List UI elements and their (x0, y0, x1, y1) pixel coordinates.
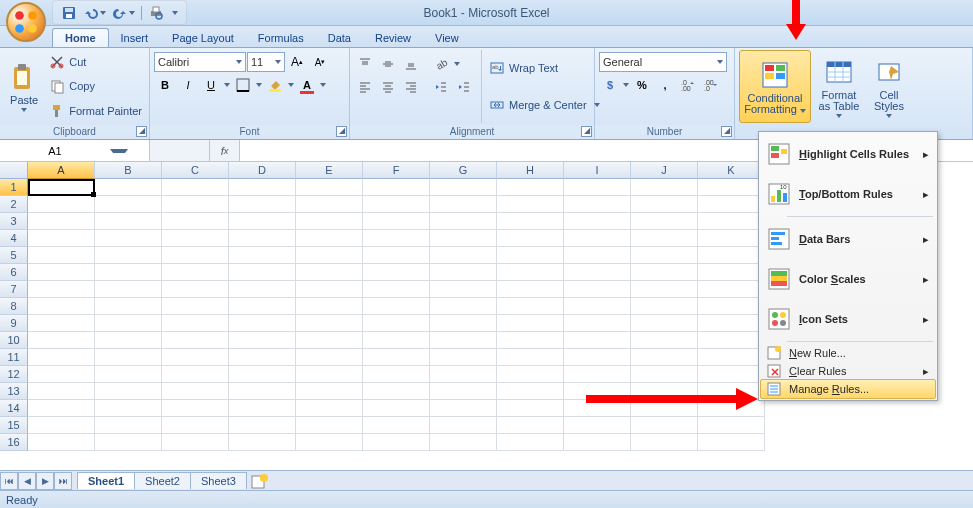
cell[interactable] (497, 264, 564, 281)
row-header-11[interactable]: 11 (0, 349, 28, 366)
merge-center-button[interactable]: Merge & Center (486, 96, 603, 114)
cell[interactable] (28, 349, 95, 366)
cell[interactable] (430, 383, 497, 400)
cell[interactable] (497, 213, 564, 230)
paste-button[interactable]: Paste (4, 50, 44, 123)
cell[interactable] (28, 230, 95, 247)
cell[interactable] (363, 434, 430, 451)
cell[interactable] (229, 366, 296, 383)
name-box-dd[interactable] (110, 149, 128, 153)
cell[interactable] (497, 417, 564, 434)
row-header-14[interactable]: 14 (0, 400, 28, 417)
cell[interactable] (28, 298, 95, 315)
shrink-font-button[interactable]: A▾ (309, 52, 331, 72)
cell[interactable] (497, 196, 564, 213)
cell[interactable] (296, 179, 363, 196)
row-header-9[interactable]: 9 (0, 315, 28, 332)
cell[interactable] (162, 417, 229, 434)
cell[interactable] (363, 247, 430, 264)
cell[interactable] (631, 281, 698, 298)
cell[interactable] (430, 247, 497, 264)
cell[interactable] (497, 332, 564, 349)
cell[interactable] (28, 417, 95, 434)
cf-color-scales[interactable]: Color Scales ▸ (761, 259, 935, 299)
cf-highlight-cells-rules[interactable]: Highlight Cells Rules ▸ (761, 134, 935, 174)
cell[interactable] (296, 400, 363, 417)
align-center-button[interactable] (377, 77, 399, 97)
cell[interactable] (631, 247, 698, 264)
cell[interactable] (497, 400, 564, 417)
row-header-1[interactable]: 1 (0, 179, 28, 196)
increase-indent-button[interactable] (453, 77, 475, 97)
cell[interactable] (698, 298, 765, 315)
tab-formulas[interactable]: Formulas (246, 29, 316, 47)
accounting-dd[interactable] (622, 75, 630, 95)
cell[interactable] (698, 179, 765, 196)
cell[interactable] (95, 247, 162, 264)
alignment-launcher[interactable]: ◢ (581, 126, 592, 137)
cell[interactable] (564, 281, 631, 298)
cell[interactable] (296, 247, 363, 264)
cell[interactable] (430, 417, 497, 434)
cell[interactable] (296, 264, 363, 281)
cell[interactable] (162, 213, 229, 230)
cell[interactable] (363, 213, 430, 230)
underline-dd[interactable] (223, 75, 231, 95)
font-name-combo[interactable]: Calibri (154, 52, 246, 72)
cell[interactable] (497, 298, 564, 315)
align-left-button[interactable] (354, 77, 376, 97)
cell[interactable] (95, 400, 162, 417)
cell[interactable] (95, 281, 162, 298)
cell[interactable] (698, 247, 765, 264)
cell[interactable] (296, 383, 363, 400)
conditional-formatting-button[interactable]: Conditional Formatting (739, 50, 811, 123)
cell[interactable] (631, 332, 698, 349)
cell[interactable] (430, 281, 497, 298)
cell[interactable] (564, 332, 631, 349)
cell[interactable] (430, 434, 497, 451)
font-launcher[interactable]: ◢ (336, 126, 347, 137)
qat-redo[interactable] (112, 5, 135, 21)
cell[interactable] (631, 196, 698, 213)
underline-button[interactable]: U (200, 75, 222, 95)
cell[interactable] (363, 349, 430, 366)
decrease-decimal-button[interactable]: .00.0 (700, 75, 722, 95)
cell[interactable] (28, 434, 95, 451)
border-dd[interactable] (255, 75, 263, 95)
cell[interactable] (162, 264, 229, 281)
cell[interactable] (497, 230, 564, 247)
cell[interactable] (631, 315, 698, 332)
cell[interactable] (430, 213, 497, 230)
cell[interactable] (430, 315, 497, 332)
fill-color-button[interactable] (264, 75, 286, 95)
cell[interactable] (430, 179, 497, 196)
cell[interactable] (296, 366, 363, 383)
row-header-3[interactable]: 3 (0, 213, 28, 230)
cell[interactable] (631, 179, 698, 196)
select-all-corner[interactable] (0, 162, 28, 179)
cell[interactable] (564, 434, 631, 451)
cell[interactable] (95, 264, 162, 281)
cell[interactable] (631, 417, 698, 434)
clipboard-launcher[interactable]: ◢ (136, 126, 147, 137)
decrease-indent-button[interactable] (430, 77, 452, 97)
cell[interactable] (95, 196, 162, 213)
align-right-button[interactable] (400, 77, 422, 97)
name-box-input[interactable] (0, 145, 110, 157)
cell[interactable] (631, 366, 698, 383)
row-header-13[interactable]: 13 (0, 383, 28, 400)
cell[interactable] (162, 179, 229, 196)
grow-font-button[interactable]: A▴ (286, 52, 308, 72)
row-header-7[interactable]: 7 (0, 281, 28, 298)
cf-new-rule[interactable]: New Rule... (761, 344, 935, 362)
sheet-nav-next[interactable]: ▶ (36, 472, 54, 490)
wrap-text-button[interactable]: abWrap Text (486, 59, 603, 77)
cell[interactable] (363, 196, 430, 213)
cell[interactable] (430, 366, 497, 383)
border-button[interactable] (232, 75, 254, 95)
number-launcher[interactable]: ◢ (721, 126, 732, 137)
cell[interactable] (564, 213, 631, 230)
format-as-table-button[interactable]: Format as Table (813, 50, 865, 123)
orientation-dd[interactable] (453, 54, 461, 74)
cell[interactable] (162, 366, 229, 383)
